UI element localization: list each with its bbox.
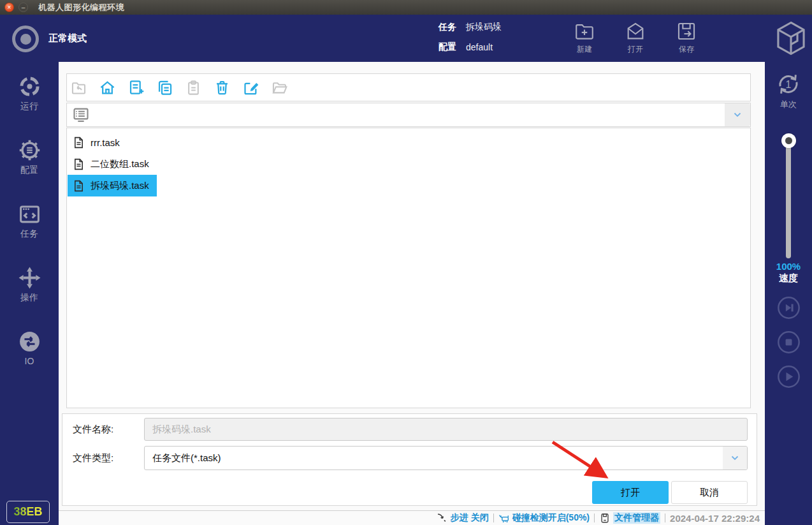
- file-manager-icon: [599, 512, 611, 524]
- single-run-label: 单次: [780, 99, 797, 110]
- speed-slider-track[interactable]: [786, 138, 791, 258]
- sidebar-item-io[interactable]: IO: [0, 330, 59, 376]
- single-run-mode-button[interactable]: 1 单次: [765, 71, 812, 110]
- divider: [493, 514, 494, 522]
- open-folder-button[interactable]: [270, 78, 289, 97]
- divider: [594, 514, 595, 522]
- home-button[interactable]: [98, 78, 117, 97]
- file-type-value: 任务文件(*.task): [152, 452, 221, 464]
- file-icon: [72, 179, 85, 193]
- sidebar-item-label: IO: [25, 356, 34, 366]
- single-cycle-number: 1: [786, 79, 792, 90]
- dropdown-chevron[interactable]: [725, 103, 750, 126]
- chevron-down-icon: [734, 112, 741, 117]
- stop-button[interactable]: [777, 330, 801, 354]
- home-icon: [99, 79, 116, 96]
- new-task-label: 新建: [577, 44, 592, 55]
- location-dropdown[interactable]: [66, 103, 751, 127]
- save-task-button[interactable]: 保存: [666, 20, 707, 55]
- file-row[interactable]: rrr.task: [68, 131, 127, 153]
- run-icon: [18, 75, 41, 98]
- file-name: rrr.task: [91, 137, 120, 148]
- file-row-selected[interactable]: 拆垛码垛.task: [68, 175, 157, 196]
- code-window-icon: [18, 202, 41, 226]
- open-button[interactable]: 打开: [592, 481, 669, 504]
- file-icon: [72, 158, 85, 171]
- open-dialog-form: 文件名称: 文件类型: 任务文件(*.task) 打开 取消: [62, 413, 757, 506]
- mode-label: 正常模式: [48, 33, 87, 45]
- mode-indicator-icon: [12, 26, 39, 52]
- step-mode-text: 步进 关闭: [451, 512, 489, 524]
- chevron-down-icon: [731, 455, 739, 461]
- collision-robot-icon: [498, 512, 510, 524]
- status-badge: 38EB: [6, 501, 50, 523]
- task-config-info: 任务 拆垛码垛 配置 default: [439, 22, 502, 53]
- sidebar-item-operate[interactable]: 操作: [0, 266, 59, 312]
- titlebar: × – 机器人图形化编程环境: [0, 0, 812, 15]
- close-icon[interactable]: ×: [4, 3, 14, 12]
- skip-next-button[interactable]: [777, 296, 801, 320]
- save-task-label: 保存: [679, 44, 694, 55]
- step-arrow-icon: [437, 512, 448, 524]
- config-row: 配置 default: [439, 41, 502, 53]
- file-name-label: 文件名称:: [73, 424, 113, 436]
- back-button[interactable]: [69, 78, 88, 97]
- rename-button[interactable]: [241, 78, 260, 97]
- file-manager-text: 文件管理器: [613, 512, 660, 524]
- file-toolbar: [66, 73, 751, 101]
- collision-text: 碰撞检测开启(50%): [512, 512, 590, 524]
- new-file-button[interactable]: [126, 78, 145, 97]
- speed-percent: 100%: [765, 261, 812, 272]
- config-value: default: [466, 42, 493, 52]
- file-row[interactable]: 二位数组.task: [68, 153, 157, 175]
- io-icon: [18, 330, 41, 353]
- step-mode-status[interactable]: 步进 关闭: [437, 512, 489, 524]
- left-sidebar: 运行 配置 任务 操作 IO: [0, 62, 59, 525]
- open-folder-icon: [271, 79, 288, 96]
- sidebar-item-label: 任务: [20, 228, 38, 240]
- play-button[interactable]: [777, 365, 801, 388]
- minimize-icon[interactable]: –: [18, 3, 28, 12]
- file-type-label: 文件类型:: [73, 452, 113, 464]
- header: 正常模式 任务 拆垛码垛 配置 default 新建 打开: [0, 15, 812, 62]
- open-envelope-icon: [625, 20, 646, 42]
- save-icon: [676, 20, 697, 42]
- file-type-chevron[interactable]: [723, 447, 747, 470]
- speed-slider-handle[interactable]: [781, 133, 796, 148]
- app-logo-cube-icon: [774, 20, 808, 57]
- copy-icon: [156, 79, 173, 96]
- paste-button[interactable]: [184, 78, 203, 97]
- file-icon: [72, 136, 85, 149]
- sidebar-item-label: 配置: [20, 165, 38, 176]
- right-sidebar: 1 单次 100% 速度: [765, 62, 812, 525]
- cancel-button[interactable]: 取消: [671, 481, 748, 504]
- speed-label: 速度: [765, 272, 812, 285]
- collision-status[interactable]: 碰撞检测开启(50%): [498, 512, 590, 524]
- file-manager-status[interactable]: 文件管理器: [599, 512, 660, 524]
- copy-button[interactable]: [155, 78, 174, 97]
- computer-list-icon: [72, 106, 90, 124]
- window-title: 机器人图形化编程环境: [38, 2, 124, 13]
- file-list: rrr.task 二位数组.task 拆垛码垛.task: [66, 128, 751, 408]
- sidebar-item-config[interactable]: 配置: [0, 138, 59, 184]
- sidebar-item-task[interactable]: 任务: [0, 202, 59, 248]
- edit-pencil-icon: [242, 79, 259, 96]
- divider: [665, 514, 665, 522]
- paste-icon: [185, 79, 202, 96]
- back-folder-icon: [70, 79, 87, 96]
- delete-button[interactable]: [212, 78, 231, 97]
- sidebar-item-run[interactable]: 运行: [0, 75, 59, 121]
- task-value: 拆垛码垛: [466, 22, 502, 33]
- header-actions: 新建 打开 保存: [564, 20, 707, 55]
- open-task-button[interactable]: 打开: [615, 20, 656, 55]
- file-type-select[interactable]: 任务文件(*.task): [144, 446, 748, 470]
- sidebar-item-label: 运行: [20, 101, 38, 112]
- new-folder-icon: [574, 20, 595, 42]
- new-task-button[interactable]: 新建: [564, 20, 605, 55]
- file-name-input[interactable]: [144, 418, 748, 441]
- open-task-label: 打开: [628, 44, 643, 55]
- config-label: 配置: [439, 41, 456, 53]
- file-name: 二位数组.task: [91, 158, 149, 170]
- single-cycle-icon: 1: [775, 71, 802, 98]
- gear-icon: [18, 138, 41, 162]
